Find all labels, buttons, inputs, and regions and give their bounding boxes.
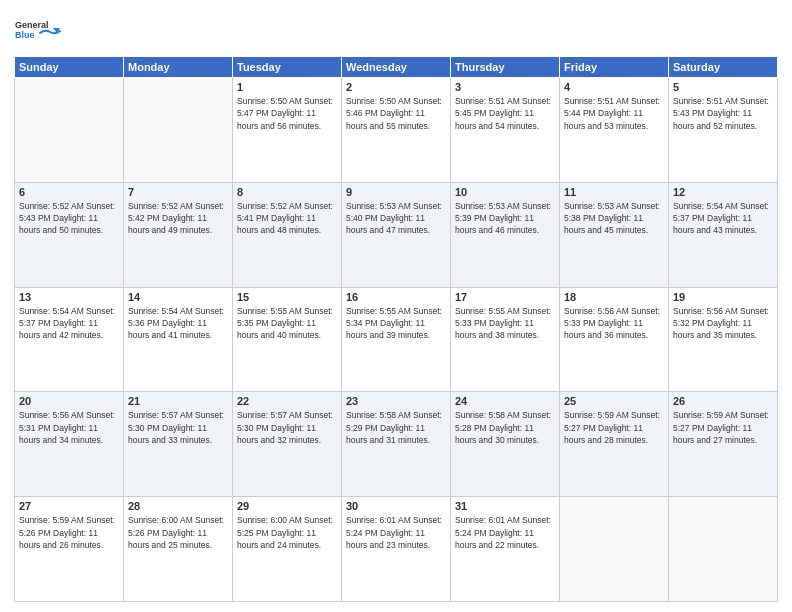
calendar-cell: 7Sunrise: 5:52 AM Sunset: 5:42 PM Daylig…	[124, 182, 233, 287]
day-number: 30	[346, 500, 446, 512]
day-info: Sunrise: 5:56 AM Sunset: 5:31 PM Dayligh…	[19, 409, 119, 446]
calendar-cell: 1Sunrise: 5:50 AM Sunset: 5:47 PM Daylig…	[233, 78, 342, 183]
calendar-cell: 22Sunrise: 5:57 AM Sunset: 5:30 PM Dayli…	[233, 392, 342, 497]
day-info: Sunrise: 5:53 AM Sunset: 5:38 PM Dayligh…	[564, 200, 664, 237]
calendar-cell: 3Sunrise: 5:51 AM Sunset: 5:45 PM Daylig…	[451, 78, 560, 183]
day-info: Sunrise: 6:00 AM Sunset: 5:25 PM Dayligh…	[237, 514, 337, 551]
day-number: 11	[564, 186, 664, 198]
day-number: 28	[128, 500, 228, 512]
day-info: Sunrise: 5:55 AM Sunset: 5:35 PM Dayligh…	[237, 305, 337, 342]
calendar-cell: 6Sunrise: 5:52 AM Sunset: 5:43 PM Daylig…	[15, 182, 124, 287]
day-number: 16	[346, 291, 446, 303]
calendar-cell: 18Sunrise: 5:56 AM Sunset: 5:33 PM Dayli…	[560, 287, 669, 392]
calendar-cell: 31Sunrise: 6:01 AM Sunset: 5:24 PM Dayli…	[451, 497, 560, 602]
day-number: 29	[237, 500, 337, 512]
day-info: Sunrise: 6:01 AM Sunset: 5:24 PM Dayligh…	[455, 514, 555, 551]
calendar-cell	[560, 497, 669, 602]
weekday-header: Saturday	[669, 57, 778, 78]
day-number: 14	[128, 291, 228, 303]
day-info: Sunrise: 5:55 AM Sunset: 5:34 PM Dayligh…	[346, 305, 446, 342]
day-number: 22	[237, 395, 337, 407]
day-number: 7	[128, 186, 228, 198]
day-info: Sunrise: 5:54 AM Sunset: 5:37 PM Dayligh…	[673, 200, 773, 237]
calendar-cell: 9Sunrise: 5:53 AM Sunset: 5:40 PM Daylig…	[342, 182, 451, 287]
day-info: Sunrise: 5:51 AM Sunset: 5:44 PM Dayligh…	[564, 95, 664, 132]
svg-text:Blue: Blue	[15, 30, 35, 40]
logo: General Blue	[14, 10, 64, 50]
day-info: Sunrise: 5:51 AM Sunset: 5:43 PM Dayligh…	[673, 95, 773, 132]
day-number: 24	[455, 395, 555, 407]
day-number: 2	[346, 81, 446, 93]
calendar-cell: 19Sunrise: 5:56 AM Sunset: 5:32 PM Dayli…	[669, 287, 778, 392]
calendar-cell	[124, 78, 233, 183]
day-info: Sunrise: 5:52 AM Sunset: 5:43 PM Dayligh…	[19, 200, 119, 237]
day-number: 21	[128, 395, 228, 407]
day-info: Sunrise: 5:59 AM Sunset: 5:27 PM Dayligh…	[564, 409, 664, 446]
day-number: 20	[19, 395, 119, 407]
day-info: Sunrise: 5:55 AM Sunset: 5:33 PM Dayligh…	[455, 305, 555, 342]
calendar-cell: 17Sunrise: 5:55 AM Sunset: 5:33 PM Dayli…	[451, 287, 560, 392]
calendar-cell: 8Sunrise: 5:52 AM Sunset: 5:41 PM Daylig…	[233, 182, 342, 287]
day-info: Sunrise: 5:52 AM Sunset: 5:41 PM Dayligh…	[237, 200, 337, 237]
weekday-header: Thursday	[451, 57, 560, 78]
calendar-week-row: 6Sunrise: 5:52 AM Sunset: 5:43 PM Daylig…	[15, 182, 778, 287]
calendar-cell: 27Sunrise: 5:59 AM Sunset: 5:26 PM Dayli…	[15, 497, 124, 602]
day-info: Sunrise: 5:54 AM Sunset: 5:36 PM Dayligh…	[128, 305, 228, 342]
calendar-week-row: 20Sunrise: 5:56 AM Sunset: 5:31 PM Dayli…	[15, 392, 778, 497]
day-number: 4	[564, 81, 664, 93]
calendar-week-row: 27Sunrise: 5:59 AM Sunset: 5:26 PM Dayli…	[15, 497, 778, 602]
calendar-cell: 21Sunrise: 5:57 AM Sunset: 5:30 PM Dayli…	[124, 392, 233, 497]
calendar-cell: 25Sunrise: 5:59 AM Sunset: 5:27 PM Dayli…	[560, 392, 669, 497]
calendar-cell	[15, 78, 124, 183]
calendar-cell: 10Sunrise: 5:53 AM Sunset: 5:39 PM Dayli…	[451, 182, 560, 287]
day-number: 17	[455, 291, 555, 303]
day-info: Sunrise: 5:57 AM Sunset: 5:30 PM Dayligh…	[237, 409, 337, 446]
calendar-cell: 4Sunrise: 5:51 AM Sunset: 5:44 PM Daylig…	[560, 78, 669, 183]
day-number: 19	[673, 291, 773, 303]
day-number: 10	[455, 186, 555, 198]
calendar-cell: 5Sunrise: 5:51 AM Sunset: 5:43 PM Daylig…	[669, 78, 778, 183]
header: General Blue	[14, 10, 778, 50]
svg-text:General: General	[15, 20, 49, 30]
weekday-header: Tuesday	[233, 57, 342, 78]
day-number: 6	[19, 186, 119, 198]
day-number: 31	[455, 500, 555, 512]
day-number: 15	[237, 291, 337, 303]
day-info: Sunrise: 5:53 AM Sunset: 5:39 PM Dayligh…	[455, 200, 555, 237]
calendar-week-row: 13Sunrise: 5:54 AM Sunset: 5:37 PM Dayli…	[15, 287, 778, 392]
day-number: 26	[673, 395, 773, 407]
calendar-cell: 29Sunrise: 6:00 AM Sunset: 5:25 PM Dayli…	[233, 497, 342, 602]
day-info: Sunrise: 5:52 AM Sunset: 5:42 PM Dayligh…	[128, 200, 228, 237]
calendar-cell: 28Sunrise: 6:00 AM Sunset: 5:26 PM Dayli…	[124, 497, 233, 602]
weekday-header: Wednesday	[342, 57, 451, 78]
day-info: Sunrise: 5:59 AM Sunset: 5:26 PM Dayligh…	[19, 514, 119, 551]
day-info: Sunrise: 5:57 AM Sunset: 5:30 PM Dayligh…	[128, 409, 228, 446]
day-info: Sunrise: 6:01 AM Sunset: 5:24 PM Dayligh…	[346, 514, 446, 551]
day-info: Sunrise: 5:50 AM Sunset: 5:46 PM Dayligh…	[346, 95, 446, 132]
page: General Blue SundayMondayTuesdayWednesda…	[0, 0, 792, 612]
day-info: Sunrise: 5:56 AM Sunset: 5:32 PM Dayligh…	[673, 305, 773, 342]
day-number: 25	[564, 395, 664, 407]
calendar-cell: 13Sunrise: 5:54 AM Sunset: 5:37 PM Dayli…	[15, 287, 124, 392]
day-number: 1	[237, 81, 337, 93]
calendar-cell: 20Sunrise: 5:56 AM Sunset: 5:31 PM Dayli…	[15, 392, 124, 497]
calendar-week-row: 1Sunrise: 5:50 AM Sunset: 5:47 PM Daylig…	[15, 78, 778, 183]
day-info: Sunrise: 5:56 AM Sunset: 5:33 PM Dayligh…	[564, 305, 664, 342]
day-number: 27	[19, 500, 119, 512]
day-info: Sunrise: 5:50 AM Sunset: 5:47 PM Dayligh…	[237, 95, 337, 132]
day-info: Sunrise: 5:53 AM Sunset: 5:40 PM Dayligh…	[346, 200, 446, 237]
day-number: 13	[19, 291, 119, 303]
weekday-header: Sunday	[15, 57, 124, 78]
calendar-cell: 12Sunrise: 5:54 AM Sunset: 5:37 PM Dayli…	[669, 182, 778, 287]
day-number: 9	[346, 186, 446, 198]
day-number: 3	[455, 81, 555, 93]
calendar-cell: 15Sunrise: 5:55 AM Sunset: 5:35 PM Dayli…	[233, 287, 342, 392]
calendar-cell: 26Sunrise: 5:59 AM Sunset: 5:27 PM Dayli…	[669, 392, 778, 497]
calendar-table: SundayMondayTuesdayWednesdayThursdayFrid…	[14, 56, 778, 602]
day-info: Sunrise: 5:58 AM Sunset: 5:29 PM Dayligh…	[346, 409, 446, 446]
day-number: 5	[673, 81, 773, 93]
logo-svg: General Blue	[14, 10, 64, 50]
day-info: Sunrise: 5:58 AM Sunset: 5:28 PM Dayligh…	[455, 409, 555, 446]
calendar-header-row: SundayMondayTuesdayWednesdayThursdayFrid…	[15, 57, 778, 78]
day-info: Sunrise: 5:54 AM Sunset: 5:37 PM Dayligh…	[19, 305, 119, 342]
